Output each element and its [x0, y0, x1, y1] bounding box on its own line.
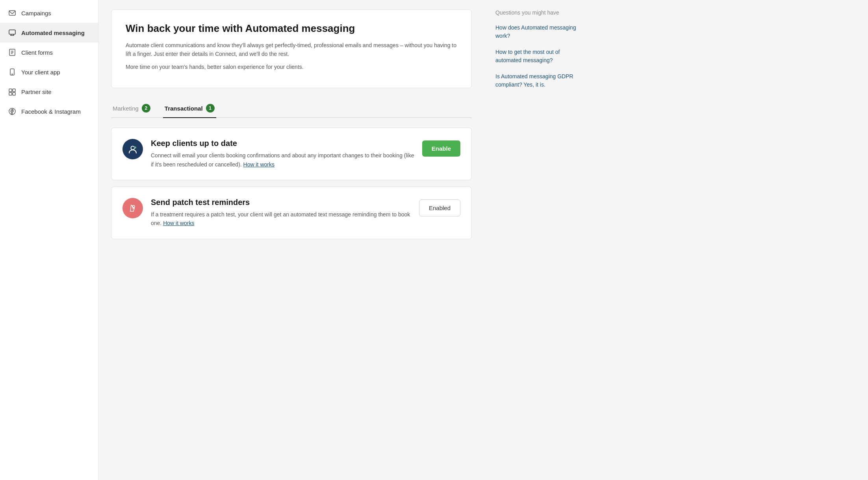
sidebar-item-automated-messaging[interactable]: Automated messaging — [0, 23, 98, 42]
right-panel-link-1[interactable]: How does Automated messaging work? — [495, 24, 584, 40]
keep-clients-content: Keep clients up to date Connect will ema… — [151, 139, 414, 169]
tab-marketing-badge: 2 — [142, 104, 150, 113]
right-panel-link-3[interactable]: Is Automated messaging GDPR compliant? Y… — [495, 72, 584, 89]
keep-clients-enable-button[interactable]: Enable — [422, 140, 460, 157]
tabs-container: Marketing 2 Transactional 1 — [111, 99, 472, 118]
sidebar-label-facebook-instagram: Facebook & Instagram — [21, 108, 81, 115]
keep-clients-icon: ✓ — [122, 139, 143, 159]
patch-test-description: If a treatment requires a patch test, yo… — [151, 210, 411, 228]
svg-rect-1 — [9, 30, 15, 34]
client-app-icon — [8, 68, 17, 76]
keep-clients-description: Connect will email your clients booking … — [151, 151, 414, 169]
hero-paragraph-2: More time on your team's hands, better s… — [126, 63, 457, 71]
mail-icon — [8, 9, 17, 17]
svg-rect-11 — [9, 89, 12, 92]
keep-clients-card: ✓ Keep clients up to date Connect will e… — [111, 127, 472, 180]
keep-clients-title: Keep clients up to date — [151, 139, 414, 148]
sidebar-item-facebook-instagram[interactable]: Facebook & Instagram — [0, 102, 98, 121]
tab-marketing[interactable]: Marketing 2 — [111, 99, 152, 118]
patch-test-title: Send patch test reminders — [151, 198, 411, 207]
sidebar-label-client-app: Your client app — [21, 69, 60, 76]
sidebar-label-automated-messaging: Automated messaging — [21, 30, 85, 36]
hero-card: Win back your time with Automated messag… — [111, 9, 472, 88]
tab-transactional[interactable]: Transactional 1 — [163, 99, 216, 118]
sidebar-label-partner-site: Partner site — [21, 89, 52, 95]
patch-test-enabled-button[interactable]: Enabled — [419, 199, 460, 216]
sidebar-item-client-forms[interactable]: Client forms — [0, 42, 98, 62]
svg-rect-12 — [13, 89, 15, 92]
client-forms-icon — [8, 48, 17, 57]
svg-text:✓: ✓ — [134, 146, 136, 149]
tab-marketing-label: Marketing — [113, 105, 139, 112]
keep-clients-link[interactable]: How it works — [243, 161, 274, 168]
patch-test-content: Send patch test reminders If a treatment… — [151, 198, 411, 228]
sidebar: Campaings Automated messaging Client for… — [0, 0, 98, 480]
tab-transactional-badge: 1 — [206, 104, 215, 113]
facebook-icon — [8, 107, 17, 116]
patch-test-action: Enabled — [419, 198, 460, 216]
main-content: Win back your time with Automated messag… — [98, 0, 484, 480]
patch-test-icon — [122, 198, 143, 218]
svg-rect-14 — [13, 92, 15, 95]
svg-rect-13 — [9, 92, 12, 95]
patch-test-card: Send patch test reminders If a treatment… — [111, 186, 472, 239]
patch-test-link[interactable]: How it works — [163, 220, 194, 226]
sidebar-item-campaigns[interactable]: Campaings — [0, 3, 98, 23]
hero-paragraph-1: Automate client communications and know … — [126, 41, 457, 59]
right-panel-heading: Questions you might have — [495, 9, 584, 16]
sidebar-label-client-forms: Client forms — [21, 49, 53, 56]
right-panel: Questions you might have How does Automa… — [484, 0, 595, 480]
svg-rect-0 — [9, 11, 15, 15]
tab-transactional-label: Transactional — [165, 105, 203, 112]
partner-site-icon — [8, 87, 17, 96]
right-panel-link-2[interactable]: How to get the most out of automated mes… — [495, 48, 584, 65]
keep-clients-action: Enable — [422, 139, 460, 157]
sidebar-item-client-app[interactable]: Your client app — [0, 62, 98, 82]
message-icon — [8, 28, 17, 37]
sidebar-item-partner-site[interactable]: Partner site — [0, 82, 98, 102]
sidebar-label-campaigns: Campaings — [21, 10, 51, 17]
hero-title: Win back your time with Automated messag… — [126, 22, 457, 35]
